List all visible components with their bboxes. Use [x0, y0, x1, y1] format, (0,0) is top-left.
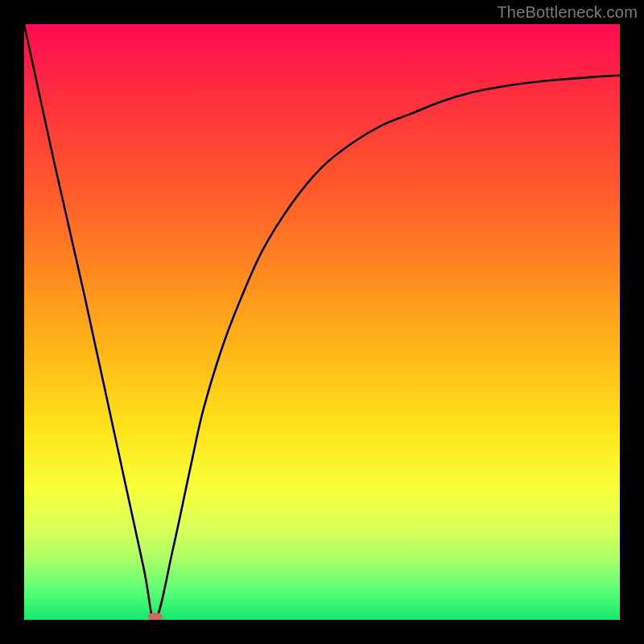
plot-area — [24, 24, 620, 620]
chart-frame: TheBottleneck.com — [0, 0, 644, 644]
curve-layer — [24, 24, 620, 620]
bottleneck-curve — [24, 24, 620, 620]
min-marker-icon — [148, 613, 163, 620]
watermark-text: TheBottleneck.com — [497, 3, 638, 22]
